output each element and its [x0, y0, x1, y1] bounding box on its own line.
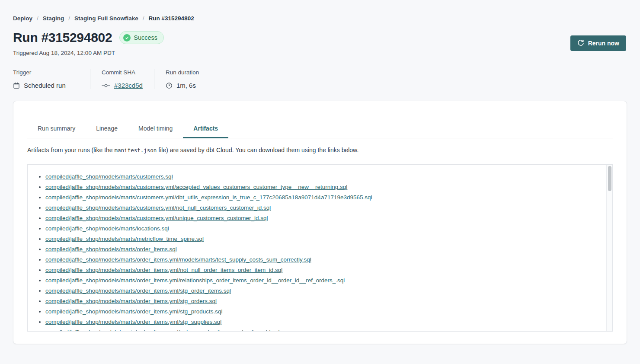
- artifact-link[interactable]: compiled/jaffle_shop/models/marts/custom…: [45, 184, 347, 190]
- meta-duration-value: 1m, 6s: [166, 82, 199, 89]
- artifact-list-item: compiled/jaffle_shop/models/marts/order_…: [45, 317, 602, 327]
- artifact-link[interactable]: compiled/jaffle_shop/models/marts/order_…: [45, 287, 231, 294]
- artifact-link[interactable]: compiled/jaffle_shop/models/marts/custom…: [45, 173, 173, 180]
- artifact-link[interactable]: compiled/jaffle_shop/models/marts/locati…: [45, 225, 169, 232]
- tab-run-summary[interactable]: Run summary: [27, 121, 86, 138]
- artifact-link[interactable]: compiled/jaffle_shop/models/marts/custom…: [45, 204, 271, 211]
- tab-model-timing[interactable]: Model timing: [128, 121, 183, 138]
- scrollbar-thumb[interactable]: [608, 166, 611, 191]
- triggered-timestamp: Triggered Aug 18, 2024, 12:00 AM PDT: [13, 50, 627, 56]
- artifact-list: compiled/jaffle_shop/models/marts/custom…: [28, 165, 612, 332]
- breadcrumb: Deploy/Staging/Staging Full Snowflake/Ru…: [13, 0, 627, 22]
- artifact-list-item: compiled/jaffle_shop/models/marts/metric…: [45, 234, 602, 244]
- artifacts-description-code: manifest.json: [115, 147, 157, 153]
- artifact-list-item: compiled/jaffle_shop/models/marts/custom…: [45, 192, 602, 203]
- status-badge: Success: [119, 31, 164, 44]
- artifact-link[interactable]: compiled/jaffle_shop/models/marts/order_…: [45, 246, 177, 252]
- artifact-link[interactable]: compiled/jaffle_shop/models/marts/custom…: [45, 215, 268, 221]
- run-detail-card: Run summaryLineageModel timingArtifacts …: [13, 101, 627, 344]
- breadcrumb-item[interactable]: Deploy: [13, 15, 32, 22]
- artifact-list-item: compiled/jaffle_shop/models/marts/custom…: [45, 182, 602, 192]
- artifact-link[interactable]: compiled/jaffle_shop/models/marts/order_…: [45, 329, 280, 332]
- calendar-icon: [13, 82, 20, 89]
- artifact-link[interactable]: compiled/jaffle_shop/models/marts/metric…: [45, 236, 204, 242]
- run-detail-page: Deploy/Staging/Staging Full Snowflake/Ru…: [0, 0, 640, 344]
- artifact-list-container: compiled/jaffle_shop/models/marts/custom…: [27, 164, 613, 332]
- artifact-list-item: compiled/jaffle_shop/models/marts/order_…: [45, 307, 602, 317]
- breadcrumb-item: Run #315294802: [149, 15, 194, 22]
- meta-commit-value: #323cd5d: [102, 82, 143, 89]
- commit-sha-link[interactable]: #323cd5d: [114, 82, 143, 89]
- meta-commit-label: Commit SHA: [102, 69, 143, 76]
- scrollbar-track[interactable]: [606, 165, 612, 331]
- artifact-link[interactable]: compiled/jaffle_shop/models/marts/order_…: [45, 256, 311, 263]
- artifact-list-item: compiled/jaffle_shop/models/marts/custom…: [45, 203, 602, 213]
- artifact-list-item: compiled/jaffle_shop/models/marts/order_…: [45, 265, 602, 275]
- artifacts-description-suffix: file) are saved by dbt Cloud. You can do…: [157, 147, 358, 153]
- tabs: Run summaryLineageModel timingArtifacts: [27, 121, 613, 138]
- tab-lineage[interactable]: Lineage: [86, 121, 128, 138]
- tab-artifacts[interactable]: Artifacts: [183, 121, 228, 138]
- clock-icon: [166, 82, 173, 89]
- artifact-list-item: compiled/jaffle_shop/models/marts/order_…: [45, 286, 602, 296]
- artifact-list-item: compiled/jaffle_shop/models/marts/order_…: [45, 255, 602, 265]
- artifacts-description: Artifacts from your runs (like the manif…: [27, 147, 613, 153]
- rerun-now-button[interactable]: Rerun now: [570, 35, 626, 51]
- meta-duration-label: Run duration: [166, 69, 199, 76]
- artifact-list-item: compiled/jaffle_shop/models/marts/order_…: [45, 296, 602, 307]
- artifact-list-item: compiled/jaffle_shop/models/marts/order_…: [45, 327, 602, 332]
- artifact-link[interactable]: compiled/jaffle_shop/models/marts/order_…: [45, 298, 217, 304]
- meta-trigger-label: Trigger: [13, 69, 79, 76]
- artifact-list-item: compiled/jaffle_shop/models/marts/locati…: [45, 224, 602, 234]
- artifact-link[interactable]: compiled/jaffle_shop/models/marts/custom…: [45, 194, 372, 201]
- meta-duration: Run duration 1m, 6s: [154, 69, 199, 89]
- page-title: Run #315294802: [13, 30, 112, 45]
- breadcrumb-separator: /: [37, 15, 38, 22]
- check-circle-icon: [123, 34, 131, 42]
- meta-commit: Commit SHA #323cd5d: [90, 69, 143, 89]
- meta-trigger: Trigger Scheduled run: [13, 69, 79, 89]
- breadcrumb-item[interactable]: Staging Full Snowflake: [74, 15, 138, 22]
- status-badge-label: Success: [134, 34, 157, 41]
- run-meta-row: Trigger Scheduled run Commit SHA: [13, 69, 627, 89]
- breadcrumb-separator: /: [68, 15, 70, 22]
- meta-trigger-value: Scheduled run: [13, 82, 79, 89]
- commit-icon: [102, 83, 110, 88]
- artifact-link[interactable]: compiled/jaffle_shop/models/marts/order_…: [45, 319, 221, 325]
- meta-duration-text: 1m, 6s: [176, 82, 196, 89]
- refresh-icon: [577, 39, 584, 48]
- artifacts-description-prefix: Artifacts from your runs (like the: [27, 147, 115, 153]
- artifact-list-item: compiled/jaffle_shop/models/marts/order_…: [45, 275, 602, 286]
- title-row: Run #315294802 Success: [13, 30, 627, 45]
- artifact-list-item: compiled/jaffle_shop/models/marts/custom…: [45, 213, 602, 224]
- artifact-list-item: compiled/jaffle_shop/models/marts/order_…: [45, 244, 602, 255]
- artifact-link[interactable]: compiled/jaffle_shop/models/marts/order_…: [45, 308, 222, 315]
- meta-trigger-text: Scheduled run: [24, 82, 66, 89]
- artifact-list-item: compiled/jaffle_shop/models/marts/custom…: [45, 172, 602, 182]
- artifact-link[interactable]: compiled/jaffle_shop/models/marts/order_…: [45, 267, 282, 273]
- breadcrumb-item[interactable]: Staging: [43, 15, 64, 22]
- breadcrumb-separator: /: [143, 15, 144, 22]
- artifact-link[interactable]: compiled/jaffle_shop/models/marts/order_…: [45, 277, 345, 284]
- rerun-now-label: Rerun now: [588, 40, 619, 47]
